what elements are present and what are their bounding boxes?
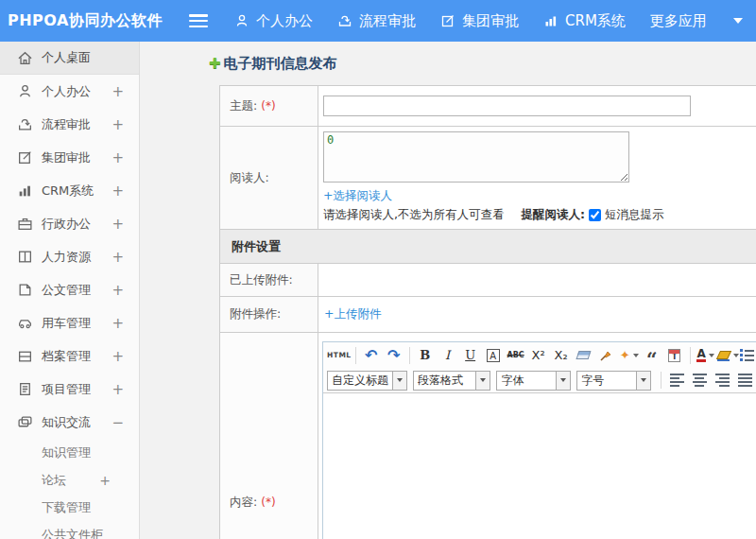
choose-readers-link[interactable]: +选择阅读人 <box>323 188 392 204</box>
attachment-op-row: 附件操作: +上传附件 <box>220 297 756 333</box>
sidebar-item-label: 行政办公 <box>42 216 91 233</box>
expand-plus-icon[interactable]: + <box>112 282 124 299</box>
caret-down-icon <box>733 354 739 357</box>
paragraph-format-select[interactable]: 段落格式 <box>413 371 490 391</box>
nav-personal-office[interactable]: 个人办公 <box>234 12 313 30</box>
align-center-button[interactable] <box>688 370 711 391</box>
sidebar-subitem-public-cabinet[interactable]: 公共文件柜 <box>0 521 139 539</box>
sidebar-item-label: 公文管理 <box>42 282 91 299</box>
attachment-op-cell: +上传附件 <box>318 297 756 333</box>
sidebar-subitem-download-mgmt[interactable]: 下载管理 <box>0 494 139 521</box>
align-left-button[interactable] <box>665 370 688 391</box>
bar-chart-icon <box>17 183 33 199</box>
font-size-select[interactable]: 字号 <box>576 371 651 391</box>
app-logo: PHPOA协同办公软件 <box>0 11 189 31</box>
format-brush-button[interactable] <box>595 345 618 366</box>
sidebar-item-label: 个人桌面 <box>42 49 91 66</box>
ordered-list-icon <box>740 349 754 361</box>
blockquote-button[interactable]: “ <box>641 345 663 366</box>
nav-label: 集团审批 <box>462 12 519 30</box>
sidebar-item-personal-desktop[interactable]: 个人桌面 <box>0 42 139 75</box>
sidebar-item-label: 人力资源 <box>42 249 91 266</box>
expand-plus-icon[interactable]: + <box>112 348 124 365</box>
readers-hint: 请选择阅读人,不选为所有人可查看 <box>323 207 504 223</box>
undo-button[interactable]: ↶ <box>360 345 383 366</box>
expand-plus-icon[interactable]: + <box>112 249 124 266</box>
font-color-button[interactable]: A <box>695 345 717 366</box>
caret-down-icon <box>556 372 570 390</box>
nav-more-apps[interactable]: 更多应用 <box>650 12 707 30</box>
sidebar-item-workflow-approval[interactable]: 流程审批 + <box>0 108 139 141</box>
paste-icon: T <box>668 349 680 362</box>
sidebar: 个人桌面 个人办公 + 流程审批 + 集团审批 + CRM系统 + 行政办公 +… <box>0 42 140 539</box>
nav-label: 更多应用 <box>650 12 707 30</box>
sidebar-item-personal-office[interactable]: 个人办公 + <box>0 75 139 108</box>
edit-icon <box>17 149 33 165</box>
expand-plus-icon[interactable]: + <box>112 315 124 332</box>
superscript-button[interactable]: X² <box>527 345 550 366</box>
expand-plus-icon[interactable]: + <box>112 83 124 100</box>
briefcase-icon <box>17 216 33 232</box>
sidebar-subitem-knowledge-mgmt[interactable]: 知识管理 <box>0 439 139 466</box>
underline-button[interactable]: U <box>459 345 482 366</box>
expand-plus-icon[interactable]: + <box>112 216 124 233</box>
sidebar-item-crm[interactable]: CRM系统 + <box>0 174 139 207</box>
readers-row: 阅读人: 0 +选择阅读人 请选择阅读人,不选为所有人可查看 提醒阅读人: 短消… <box>220 127 756 230</box>
sms-notify-checkbox[interactable] <box>589 209 601 221</box>
align-justify-icon <box>738 374 752 387</box>
upload-attachment-link[interactable]: +上传附件 <box>324 306 381 322</box>
sidebar-item-label: 集团审批 <box>42 149 91 166</box>
sidebar-item-archive-mgmt[interactable]: 档案管理 + <box>0 339 139 373</box>
expand-plus-icon[interactable]: + <box>112 149 124 166</box>
sidebar-item-knowledge-exchange[interactable]: 知识交流 − <box>0 406 139 439</box>
nav-workflow-approval[interactable]: 流程审批 <box>337 12 416 30</box>
custom-heading-select[interactable]: 自定义标题 <box>327 371 407 391</box>
collapse-minus-icon[interactable]: − <box>112 414 124 431</box>
subject-input[interactable] <box>323 96 691 116</box>
caret-down-icon <box>636 372 650 390</box>
quick-format-button[interactable]: ✦ <box>618 345 641 366</box>
editor-toolbar-row2: 自定义标题 段落格式 字体 字号 <box>323 368 756 393</box>
font-style-button[interactable]: A <box>482 345 505 366</box>
expand-plus-icon[interactable]: + <box>112 381 124 398</box>
ordered-list-button[interactable] <box>740 345 756 366</box>
paste-as-text-button[interactable]: T <box>663 345 686 366</box>
nav-crm[interactable]: CRM系统 <box>543 12 626 30</box>
menu-toggle-icon[interactable] <box>189 14 208 27</box>
align-justify-button[interactable] <box>733 370 756 391</box>
rich-text-editor: HTML ↶ ↷ B I U A ABC X² X₂ <box>322 341 756 539</box>
clipboard-icon <box>17 381 33 397</box>
redo-button[interactable]: ↷ <box>383 345 405 366</box>
expand-plus-icon[interactable]: + <box>99 473 111 488</box>
sidebar-subitem-forum[interactable]: 论坛 + <box>0 466 139 494</box>
more-apps-dropdown[interactable] <box>731 18 743 24</box>
expand-plus-icon[interactable]: + <box>112 116 124 133</box>
nav-label: CRM系统 <box>565 12 626 30</box>
nav-group-approval[interactable]: 集团审批 <box>440 12 519 30</box>
subscript-button[interactable]: X₂ <box>550 345 573 366</box>
sidebar-item-admin-office[interactable]: 行政办公 + <box>0 207 139 240</box>
align-right-button[interactable] <box>711 370 733 391</box>
editor-content-area[interactable] <box>323 393 756 539</box>
highlight-color-button[interactable] <box>717 345 740 366</box>
sidebar-item-document-mgmt[interactable]: 公文管理 + <box>0 273 139 306</box>
page-title: 电子期刊信息发布 <box>224 55 337 73</box>
sidebar-item-hr[interactable]: 人力资源 + <box>0 240 139 273</box>
attachment-section-title: 附件设置 <box>220 230 756 264</box>
italic-button[interactable]: I <box>437 345 459 366</box>
eraser-button[interactable] <box>573 345 595 366</box>
sidebar-item-label: 用车管理 <box>42 315 91 332</box>
sidebar-item-vehicle-mgmt[interactable]: 用车管理 + <box>0 306 139 339</box>
html-source-button[interactable]: HTML <box>327 345 352 366</box>
bold-button[interactable]: B <box>414 345 437 366</box>
readers-textarea[interactable]: 0 <box>323 131 629 183</box>
sidebar-item-project-mgmt[interactable]: 项目管理 + <box>0 373 139 406</box>
car-icon <box>17 315 33 331</box>
workflow-icon <box>337 13 352 28</box>
expand-plus-icon[interactable]: + <box>112 183 124 200</box>
align-center-icon <box>693 374 707 387</box>
magic-wand-icon: ✦ <box>620 348 630 362</box>
sidebar-item-group-approval[interactable]: 集团审批 + <box>0 141 139 174</box>
font-family-select[interactable]: 字体 <box>496 371 571 391</box>
strikethrough-button[interactable]: ABC <box>505 345 527 366</box>
